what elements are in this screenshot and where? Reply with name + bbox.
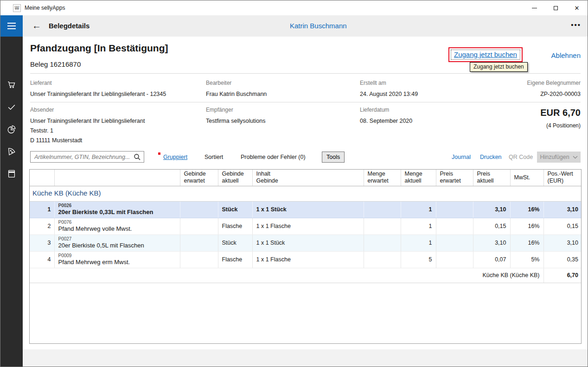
field-label: Lieferdatum [360,107,412,113]
field-label: Eigene Belegnummer [527,80,581,86]
sortiert-toggle[interactable]: Sortiert [205,154,223,160]
field-erstellt-am: Erstellt am 24. August 2020 13:49 [360,80,418,99]
col-mwst: MwSt. [510,170,543,186]
close-button[interactable]: ✕ [566,0,588,15]
field-value-line: D 11111 Musterstadt [30,136,145,146]
minimize-button[interactable] [524,0,545,15]
search-box [30,151,144,163]
field-value: Testfirma sellysolutions [206,116,266,126]
product-code: P0009 [58,253,176,259]
sidebar-item-reports[interactable] [0,118,23,140]
pizza-icon [6,146,17,157]
field-label: Bearbeiter [206,80,267,86]
col-product [54,170,180,186]
position-count: (4 Positionen) [540,122,581,129]
field-value: 08. September 2020 [360,116,412,126]
current-user-link[interactable]: Katrin Buschmann [290,15,347,37]
table-row[interactable]: 3 P0027 20er Bierkiste 0,5L mit Flaschen… [30,234,582,251]
search-input[interactable] [31,152,132,162]
product-code: P0027 [58,236,176,242]
document-title: Pfandzugang [In Bestätigung] [30,43,168,54]
checkmark-icon [6,102,17,112]
col-menge-aktuell: Menge aktuell [401,170,436,186]
group-header-label: Küche KB (Küche KB) [30,186,582,201]
probleme-filter[interactable]: Probleme oder Fehler (0) [241,154,306,160]
table-row[interactable]: 2 P0076 Pfand Mehrweg volle Mwst. Flasch… [30,218,582,234]
col-preis-erwartet: Preis erwartet [436,170,473,186]
book-icon [6,169,17,179]
field-value: 24. August 2020 13:49 [360,89,418,99]
titlebar: W Meine sellyApps ✕ [0,0,588,15]
window-controls: ✕ [524,0,588,15]
product-name: 20er Bierkiste 0,33L mit Flaschen [58,209,176,216]
field-value: Frau Katrin Buschmann [206,89,267,99]
qr-code-link-disabled: QR Code [509,154,533,160]
document-total: EUR 6,70 (4 Positionen) [540,107,581,129]
required-indicator [158,152,160,155]
sidebar-item-tasks[interactable] [0,96,23,118]
maximize-icon [554,6,558,10]
col-preis-aktuell: Preis aktuell [473,170,510,186]
group-footer-row: Küche KB (Küche KB) 6,70 [30,268,582,283]
highlight-rectangle: Zugang jetzt buchen [448,47,523,62]
shopping-cart-icon [6,80,17,90]
hinzufuegen-label: Hinzufügen [540,154,569,160]
close-icon: ✕ [575,5,580,12]
product-code: P0026 [58,203,176,209]
window-title: Meine sellyApps [25,0,65,15]
col-inhalt-gebinde: Inhalt Gebinde [252,170,364,186]
hamburger-menu-button[interactable] [0,15,23,37]
table-row[interactable]: 4 P0009 Pfand Mehrweg erm Mwst. Flasche … [30,251,582,268]
reject-link[interactable]: Ablehnen [551,51,581,59]
table-row[interactable]: 1 P0026 20er Bierkiste 0,33L mit Flasche… [30,201,582,218]
col-gebinde-aktuell: Gebinde aktuell [218,170,252,186]
minimize-icon [532,8,537,8]
field-value: Unser Trainingslieferant Ihr Lieblingsli… [30,89,166,99]
product-name: Pfand Mehrweg volle Mwst. [58,225,176,233]
document-number: Beleg 16216870 [30,60,81,68]
field-lieferant: Lieferant Unser Trainingslieferant Ihr L… [30,80,166,99]
field-belegnummer: Eigene Belegnummer ZP-2020-00003 [527,80,581,99]
group-footer-value: 6,70 [543,268,582,283]
product-code: P0076 [58,220,176,225]
app-logo-icon: W [13,4,21,12]
app-window: W Meine sellyApps ✕ ← Belegdetails Katri… [0,0,588,367]
back-button[interactable]: ← [29,15,44,37]
product-name: 20er Bierkiste 0,5L mit Flaschen [58,242,176,249]
sidebar-item-cart[interactable] [0,74,23,96]
col-num [30,170,54,186]
field-value-line: Unser Trainingslieferant Ihr Lieblingsli… [30,116,145,126]
tools-button[interactable]: Tools [322,152,345,163]
field-value: ZP-2020-00003 [527,89,581,99]
product-name: Pfand Mehrweg erm Mwst. [58,259,176,266]
col-menge-erwartet: Menge erwartet [364,170,401,186]
bottom-bar [23,349,588,367]
search-icon[interactable] [134,153,141,161]
positions-table: Gebinde erwartet Gebinde aktuell Inhalt … [29,169,582,344]
divider [30,102,581,102]
field-absender: Absender Unser Trainingslieferant Ihr Li… [30,107,145,146]
sidebar-item-catalog[interactable] [0,163,23,185]
total-amount: EUR 6,70 [540,108,581,118]
pie-chart-icon [6,124,17,134]
field-label: Empfänger [206,107,266,113]
drucken-link[interactable]: Drucken [480,154,502,160]
maximize-button[interactable] [545,0,566,15]
hamburger-icon [7,23,16,24]
app-header: ← Belegdetails Katrin Buschmann ••• [0,15,588,37]
book-receipt-link[interactable]: Zugang jetzt buchen [451,50,520,60]
sidebar-item-products[interactable] [0,140,23,163]
field-bearbeiter: Bearbeiter Frau Katrin Buschmann [206,80,267,99]
journal-link[interactable]: Journal [452,154,471,160]
divider [30,73,581,74]
field-label: Lieferant [30,80,166,86]
group-header-row: Küche KB (Küche KB) [30,186,582,201]
field-lieferdatum: Lieferdatum 08. September 2020 [360,107,412,126]
chevron-down-icon [573,156,578,159]
more-options-button[interactable]: ••• [571,15,581,35]
gruppiert-toggle[interactable]: Gruppiert [163,154,187,160]
table-header-row: Gebinde erwartet Gebinde aktuell Inhalt … [30,170,582,186]
hinzufuegen-button-disabled: Hinzufügen [537,152,581,163]
field-label: Absender [30,107,145,113]
col-pos-wert: Pos.-Wert (EUR) [543,170,582,186]
